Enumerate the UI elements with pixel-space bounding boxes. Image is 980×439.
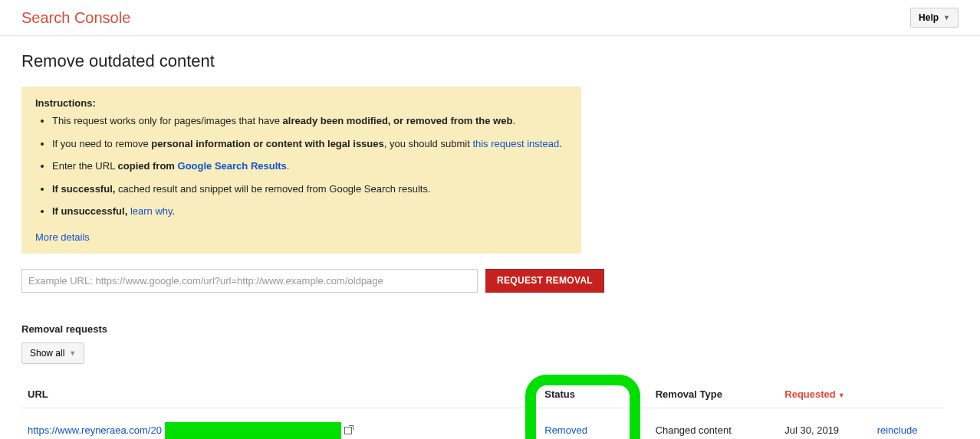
- instruction-item: If successful, cached result and snippet…: [52, 182, 567, 197]
- removal-requests-title: Removal requests: [21, 323, 945, 335]
- status-cell: Removed: [538, 408, 649, 439]
- help-button[interactable]: Help ▼: [910, 8, 959, 28]
- column-status[interactable]: Status: [538, 381, 649, 408]
- column-requested[interactable]: Requested▼: [778, 381, 870, 408]
- instructions-panel: Instructions: This request works only fo…: [21, 87, 581, 254]
- instruction-item: This request works only for pages/images…: [52, 113, 567, 129]
- legal-request-link[interactable]: this request instead: [472, 138, 559, 149]
- requested-date-cell: Jul 30, 2019: [778, 408, 870, 439]
- column-action: [871, 381, 945, 408]
- instructions-title: Instructions:: [35, 97, 567, 109]
- table-row: https://www.reyneraea.com/20 reyneraea.c…: [21, 408, 945, 439]
- help-label: Help: [919, 12, 939, 23]
- google-search-results-link[interactable]: Google Search Results: [178, 160, 287, 172]
- show-all-filter[interactable]: Show all ▼: [21, 342, 84, 364]
- page-title: Remove outdated content: [21, 51, 945, 71]
- censored-block: [165, 422, 341, 439]
- action-cell: reinclude: [871, 408, 945, 439]
- url-input[interactable]: [21, 269, 478, 293]
- url-cell: https://www.reyneraea.com/20 reyneraea.c…: [21, 408, 538, 439]
- status-link[interactable]: Removed: [544, 424, 587, 436]
- instructions-list: This request works only for pages/images…: [35, 113, 567, 219]
- learn-why-link[interactable]: learn why: [130, 205, 173, 217]
- external-link-icon[interactable]: [344, 427, 352, 434]
- dropdown-arrow-icon: ▼: [943, 14, 950, 21]
- removed-url-link[interactable]: https://www.reyneraea.com/20: [28, 424, 162, 436]
- column-url[interactable]: URL: [21, 381, 538, 408]
- sort-desc-icon: ▼: [838, 391, 845, 399]
- column-removal-type[interactable]: Removal Type: [649, 381, 779, 408]
- requests-table: URL Status Removal Type Requested▼ https…: [21, 381, 945, 440]
- url-submit-row: REQUEST REMOVAL: [21, 269, 604, 293]
- instruction-item: Enter the URL copied from Google Search …: [52, 159, 567, 174]
- table-header-row: URL Status Removal Type Requested▼: [21, 381, 945, 408]
- brand-title: Search Console: [21, 9, 130, 27]
- reinclude-link[interactable]: reinclude: [877, 424, 918, 436]
- dropdown-arrow-icon: ▼: [69, 349, 76, 357]
- main-content: Remove outdated content Instructions: Th…: [0, 36, 966, 439]
- removal-type-cell: Changed content: [649, 408, 779, 439]
- filter-label: Show all: [30, 348, 64, 359]
- instruction-item: If you need to remove personal informati…: [52, 136, 567, 152]
- request-removal-button[interactable]: REQUEST REMOVAL: [485, 269, 604, 293]
- instruction-item: If unsuccessful, learn why.: [52, 204, 567, 219]
- more-details-link[interactable]: More details: [35, 231, 90, 243]
- top-bar: Search Console Help ▼: [0, 0, 980, 36]
